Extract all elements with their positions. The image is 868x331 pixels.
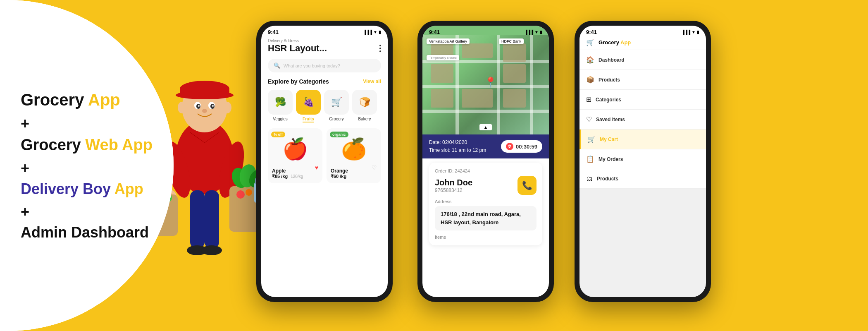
phone-admin: 9:41 ▐▐▐ ▼ ▮ 🛒 Grocery App 🏠 Dashboard [575, 21, 711, 302]
svg-point-34 [246, 189, 252, 196]
categories-title: Explore by Categories [268, 78, 329, 85]
grocery-label: Grocery [329, 117, 344, 121]
nav-saved-items[interactable]: ♡ Saved items [579, 110, 706, 130]
map-road-v2 [497, 35, 500, 134]
grocery-icon-box: 🛒 [324, 90, 349, 115]
phone1-header: Delivery Address HSR Layout... [261, 35, 388, 59]
saved-items-label: Saved items [596, 117, 625, 122]
phone3-outer: 9:41 ▐▐▐ ▼ ▮ 🛒 Grocery App 🏠 Dashboard [575, 21, 711, 302]
nav-dashboard[interactable]: 🏠 Dashboard [579, 50, 706, 70]
orange-price: ₹60 /kg [331, 174, 377, 179]
timer-display: 00:30:59 [516, 144, 537, 150]
svg-rect-20 [205, 190, 219, 248]
fruits-label: Fruits [303, 117, 314, 122]
nav-categories[interactable]: ⊞ Categories [579, 90, 706, 110]
phone2-status-bar: 9:41 ▐▐▐ ▼ ▮ [422, 26, 549, 35]
organic-badge: organic [330, 132, 348, 137]
battery-icon-2: ▮ [540, 30, 542, 34]
search-placeholder: What are you buying today? [284, 63, 340, 68]
building-7 [503, 43, 526, 62]
building-4 [431, 89, 453, 108]
building-2 [462, 43, 493, 58]
fruits-icon-box: 🍇 [296, 90, 321, 115]
veggies-icon-box: 🥦 [268, 90, 293, 115]
nav-products-bottom[interactable]: 🗂 Products [579, 169, 706, 189]
building-3 [431, 64, 453, 83]
delivery-boy-title: Delivery Boy App [21, 180, 153, 198]
delivery-address-label: Delivery Address [268, 38, 381, 43]
phone3-status-icons: ▐▐▐ ▼ ▮ [682, 30, 699, 34]
category-fruits[interactable]: 🍇 Fruits [296, 90, 321, 122]
categories-label: Categories [596, 97, 621, 103]
call-button[interactable]: 📞 [517, 176, 537, 195]
category-veggies[interactable]: 🥦 Veggies [268, 90, 293, 122]
phone1-status-icons: ▐▐▐ ▼ ▮ [363, 30, 381, 34]
svg-point-22 [201, 245, 222, 255]
battery-icon: ▮ [379, 30, 381, 34]
phone1-time: 9:41 [268, 29, 279, 35]
address-box: 176/18 , 22nd main road, Agara, HSR layo… [435, 206, 537, 230]
my-orders-label: My Orders [599, 156, 623, 162]
search-icon: 🔍 [274, 62, 280, 69]
wifi-icon-3: ▼ [692, 30, 696, 34]
customer-phone: 9765883412 [435, 187, 472, 193]
search-bar[interactable]: 🔍 What are you buying today? [268, 59, 381, 72]
view-all-button[interactable]: View all [363, 79, 381, 84]
category-grocery[interactable]: 🛒 Grocery [324, 90, 349, 122]
plus-3: + [21, 203, 153, 221]
web-app-title: Grocery Web App [21, 136, 153, 155]
admin-header: 🛒 Grocery App [579, 35, 706, 50]
nav-my-orders[interactable]: 📋 My Orders [579, 149, 706, 169]
grocery-app-title: Grocery App [21, 90, 153, 110]
svg-point-5 [176, 91, 234, 99]
phone2-screen: 9:41 ▐▐▐ ▼ ▮ [422, 26, 549, 297]
heart-filled-icon[interactable]: ♥ [315, 164, 318, 171]
category-grid: 🥦 Veggies 🍇 Fruits 🛒 Grocery 🍞 Bakery [261, 90, 388, 128]
address-label: Address [435, 199, 537, 204]
signal-icon: ▐▐▐ [363, 30, 372, 34]
nav-products-top[interactable]: 📦 Products [579, 70, 706, 90]
category-bakery[interactable]: 🍞 Bakery [352, 90, 377, 122]
products-bottom-label: Products [597, 176, 618, 182]
orders-icon: 📋 [586, 155, 594, 163]
categories-icon: ⊞ [586, 96, 591, 103]
svg-point-13 [178, 102, 186, 113]
items-label: Items [435, 235, 537, 240]
svg-point-11 [212, 105, 214, 107]
order-id: Order ID: 242424 [435, 168, 537, 173]
dashboard-label: Dashboard [599, 57, 625, 63]
battery-icon-3: ▮ [697, 30, 699, 34]
map-road-v3 [530, 35, 533, 134]
customer-row: John Doe 9765883412 📞 [435, 176, 537, 195]
menu-dots[interactable] [379, 45, 381, 52]
nav-arrow: ▲ [479, 124, 492, 130]
phone2-outer: 9:41 ▐▐▐ ▼ ▮ [417, 21, 554, 302]
wifi-icon: ▼ [373, 30, 377, 34]
phone2-time: 9:41 [429, 29, 440, 35]
building-6 [503, 64, 526, 83]
phone3-time: 9:41 [586, 29, 597, 35]
nav-my-cart[interactable]: 🛒 My Cart [579, 130, 706, 149]
admin-nav: 🏠 Dashboard 📦 Products ⊞ Categories ♡ Sa… [579, 50, 706, 189]
map-label-gallery: Venkatappa Art Gallery [427, 38, 470, 44]
product-apple[interactable]: % off 🍎 ♥ Apple ₹85 /kg 120/kg [268, 128, 322, 183]
svg-point-33 [236, 190, 245, 199]
cart-nav-icon: 🛒 [587, 135, 596, 143]
svg-point-14 [223, 102, 231, 113]
timer-icon: ⏱ [506, 143, 513, 150]
customer-info: John Doe 9765883412 [435, 178, 472, 193]
building-8 [503, 89, 526, 108]
my-cart-label: My Cart [600, 137, 618, 142]
heart-outline-icon[interactable]: ♡ [372, 164, 377, 171]
signal-icon-2: ▐▐▐ [525, 30, 533, 34]
categories-header: Explore by Categories View all [261, 78, 388, 90]
discount-badge: % off [271, 132, 285, 137]
product-orange[interactable]: organic 🍊 ♡ Orange ₹60 /kg [327, 128, 381, 183]
phone-delivery-tracking: 9:41 ▐▐▐ ▼ ▮ [417, 21, 554, 302]
svg-point-10 [198, 105, 200, 107]
plus-1: + [21, 115, 153, 132]
orange-name: Orange [331, 168, 377, 174]
signal-icon-3: ▐▐▐ [682, 30, 690, 34]
phone1-outer: 9:41 ▐▐▐ ▼ ▮ Delivery Address HSR Layout… [256, 21, 393, 302]
apple-price: ₹85 /kg 120/kg [272, 174, 318, 179]
